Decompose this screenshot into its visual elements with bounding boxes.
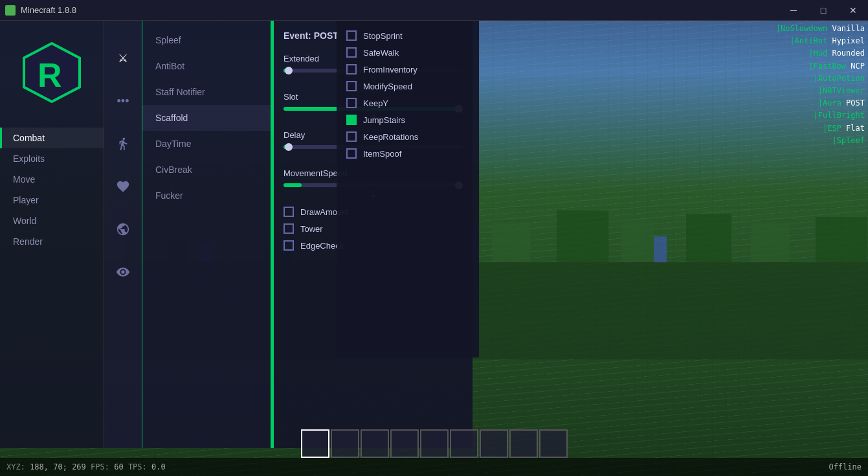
window-title: Minecraft 1.8.8 xyxy=(21,5,779,15)
checkbox-keeprotations-label: KeepRotations xyxy=(363,132,418,142)
tps-label: TPS: xyxy=(128,462,151,471)
sidebar-icon-eye[interactable] xyxy=(111,260,135,284)
module-daytime[interactable]: DayTime xyxy=(142,131,271,157)
svg-text:R: R xyxy=(38,56,62,94)
hud-autopotion: |AutoPotion xyxy=(776,73,865,85)
checkbox-stopsprint[interactable] xyxy=(346,30,357,41)
sidebar-icon-sword[interactable]: ⚔ xyxy=(111,47,135,70)
checkbox-jumpstairs-row: JumpStairs xyxy=(346,115,469,125)
coords-display: XYZ: 188, 70; 269 FPS: 60 TPS: 0.0 xyxy=(6,462,166,471)
module-fucker[interactable]: Fucker xyxy=(142,183,271,209)
nav-sidebar: R Combat Exploits Move Player World Rend… xyxy=(0,21,104,448)
checkbox-keepy-label: KeepY xyxy=(363,98,388,108)
hud-aura: |Aura POST xyxy=(776,97,865,109)
hotbar-slot-3 xyxy=(361,429,389,458)
title-bar: Minecraft 1.8.8 ─ □ ✕ xyxy=(0,0,868,21)
sidebar-icon-dots[interactable]: ••• xyxy=(111,89,135,113)
hud-spleef: |Spleef xyxy=(776,135,865,147)
checkbox-frominventory[interactable] xyxy=(346,64,357,74)
checkbox-safewalk-row: SafeWalk xyxy=(346,47,469,58)
app-icon xyxy=(5,5,16,16)
hud-fastbow: |FastBow NCP xyxy=(776,60,865,73)
svg-rect-17 xyxy=(654,236,667,262)
checkbox-jumpstairs[interactable] xyxy=(346,115,357,125)
online-status: Offline xyxy=(829,462,862,471)
nav-item-player[interactable]: Player xyxy=(0,190,104,210)
hotbar-slot-9 xyxy=(539,429,568,458)
checkbox-drawamount[interactable] xyxy=(284,207,294,217)
icon-sidebar: ⚔ ••• xyxy=(104,21,142,448)
nav-item-exploits[interactable]: Exploits xyxy=(0,148,104,169)
checkbox-keepy-row: KeepY xyxy=(346,98,469,108)
hud-overlay: |NoSlowdown Vanilla |AntiBot Hypixel |Hu… xyxy=(776,23,865,147)
hud-fullbright: |FullBright xyxy=(776,109,865,122)
module-scaffold[interactable]: Scaffold xyxy=(142,105,271,131)
nav-item-render[interactable]: Render xyxy=(0,231,104,252)
checkbox-jumpstairs-label: JumpStairs xyxy=(363,115,405,125)
checkbox-frominventory-row: FromInventory xyxy=(346,64,469,74)
hotbar-slot-7 xyxy=(480,429,508,458)
nav-item-world[interactable]: World xyxy=(0,210,104,231)
svg-rect-11 xyxy=(621,220,654,262)
svg-rect-10 xyxy=(557,210,608,262)
checkbox-tower-label: Tower xyxy=(300,224,323,234)
movementspeed-slider-fill xyxy=(284,183,302,187)
checkbox-keeprotations-row: KeepRotations xyxy=(346,131,469,142)
fps-value: 60 xyxy=(114,462,123,471)
checkbox-keepy[interactable] xyxy=(346,98,357,108)
hotbar-slot-5 xyxy=(420,429,449,458)
checkbox-edgecheck[interactable] xyxy=(284,240,294,251)
app-logo: R xyxy=(19,40,84,111)
hud-noslowdown: |NoSlowdown Vanilla xyxy=(776,23,865,35)
tps-value: 0.0 xyxy=(151,462,166,471)
hud-esp: |ESP Flat xyxy=(776,122,865,135)
checkbox-modifyspeed[interactable] xyxy=(346,81,357,91)
window-controls: ─ □ ✕ xyxy=(779,0,868,21)
svg-rect-9 xyxy=(492,223,531,262)
module-spleef[interactable]: Spleef xyxy=(142,27,271,53)
module-staffnotifier[interactable]: Staff Notifier xyxy=(142,79,271,105)
module-civbreak[interactable]: CivBreak xyxy=(142,157,271,183)
checkbox-stopsprint-row: StopSprint xyxy=(346,30,469,41)
extended-slider-thumb[interactable] xyxy=(285,67,293,74)
coords-value: 188, 70; 269 xyxy=(30,462,86,471)
settings-right-panel: StopSprint SafeWalk FromInventory Modify… xyxy=(337,21,479,357)
status-bar: XYZ: 188, 70; 269 FPS: 60 TPS: 0.0 Offli… xyxy=(0,458,868,476)
sidebar-icon-heart[interactable] xyxy=(111,175,135,198)
delay-slider-thumb[interactable] xyxy=(285,143,293,151)
checkbox-itemspoof[interactable] xyxy=(346,148,357,159)
checkbox-frominventory-label: FromInventory xyxy=(363,65,417,74)
hud-antibot: |AntiBot Hypixel xyxy=(776,35,865,47)
sidebar-icon-run[interactable] xyxy=(111,132,135,155)
checkbox-modifyspeed-label: ModifySpeed xyxy=(363,82,412,91)
checkbox-keeprotations[interactable] xyxy=(346,131,357,142)
hotbar-slot-1 xyxy=(301,429,329,458)
hotbar-slot-8 xyxy=(509,429,538,458)
checkbox-stopsprint-label: StopSprint xyxy=(363,31,403,41)
fps-label: FPS: xyxy=(91,462,114,471)
nav-items: Combat Exploits Move Player World Render xyxy=(0,121,104,258)
checkbox-itemspoof-label: ItemSpoof xyxy=(363,149,401,159)
coords-label: XYZ: xyxy=(6,462,30,471)
checkbox-safewalk-label: SafeWalk xyxy=(363,48,399,58)
checkbox-modifyspeed-row: ModifySpeed xyxy=(346,81,469,91)
hotbar-slot-2 xyxy=(331,429,359,458)
close-button[interactable]: ✕ xyxy=(838,0,868,21)
module-antibot[interactable]: AntiBot xyxy=(142,53,271,79)
minimize-button[interactable]: ─ xyxy=(779,0,808,21)
sidebar-icon-globe[interactable] xyxy=(111,218,135,241)
logo-area: R xyxy=(0,27,104,121)
svg-rect-14 xyxy=(816,217,867,262)
hotbar xyxy=(301,429,568,458)
nav-item-move[interactable]: Move xyxy=(0,169,104,190)
maximize-button[interactable]: □ xyxy=(808,0,838,21)
checkbox-safewalk[interactable] xyxy=(346,47,357,58)
module-list: Spleef AntiBot Staff Notifier Scaffold D… xyxy=(142,21,272,448)
hud-hud: |Hud Rounded xyxy=(776,47,865,60)
checkbox-itemspoof-row: ItemSpoof xyxy=(346,148,469,159)
hotbar-slot-4 xyxy=(390,429,419,458)
hud-nbtviewer: |NBTViewer xyxy=(776,85,865,97)
svg-rect-12 xyxy=(686,214,731,262)
checkbox-tower[interactable] xyxy=(284,223,294,234)
nav-item-combat[interactable]: Combat xyxy=(0,128,104,148)
